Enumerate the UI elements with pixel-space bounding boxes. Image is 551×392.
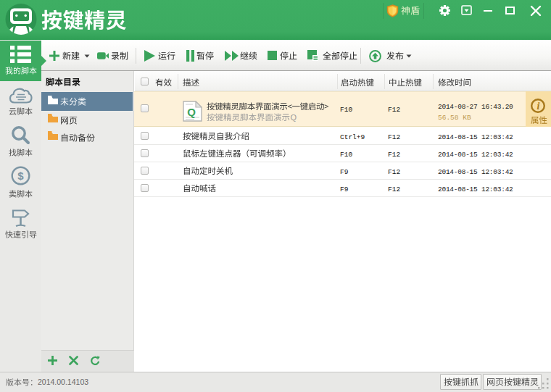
svg-text:Q: Q xyxy=(187,106,196,118)
svg-text:$: $ xyxy=(17,170,24,182)
svg-text:i: i xyxy=(537,101,540,112)
